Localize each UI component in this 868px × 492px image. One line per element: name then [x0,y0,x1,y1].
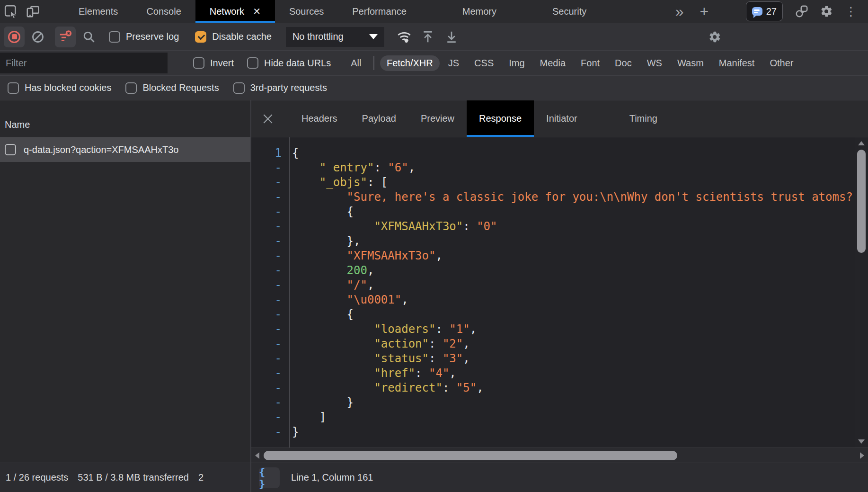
extensions-bubbles-icon[interactable] [791,1,812,22]
chat-badge-button[interactable]: 27 [746,1,783,21]
code-text: "href": "4", [289,366,868,381]
vertical-scrollbar[interactable] [855,137,868,447]
filter-type-media[interactable]: Media [533,55,572,71]
filter-type-js[interactable]: JS [442,55,466,71]
gutter-line-marker[interactable]: - [251,322,289,337]
tab-sources[interactable]: Sources [275,0,338,23]
detail-tab-timing[interactable]: Timing [617,100,670,137]
filter-type-img[interactable]: Img [502,55,531,71]
vertical-scrollbar-thumb[interactable] [857,150,866,253]
network-conditions-icon[interactable] [394,27,415,47]
gutter-line-marker[interactable]: - [251,293,289,307]
network-settings-gear-icon[interactable] [704,27,725,47]
gutter-line-marker[interactable]: - [251,410,289,425]
export-har-icon[interactable] [441,27,462,47]
horizontal-scrollbar[interactable] [251,447,868,463]
tab-console[interactable]: Console [132,0,195,23]
search-icon[interactable] [79,27,99,47]
gutter-line-marker[interactable]: - [251,425,289,439]
token: : [435,322,449,336]
tab-label: Payload [362,113,396,124]
gutter-line-marker[interactable]: - [251,219,289,234]
filter-type-all[interactable]: All [344,55,368,71]
inspect-element-icon[interactable] [0,0,22,23]
gutter-line-marker[interactable]: - [251,249,289,263]
tab-security[interactable]: Security [538,0,601,23]
has-blocked-cookies-checkbox[interactable] [8,82,19,94]
device-toolbar-icon[interactable] [22,0,44,23]
filter-type-fetch-xhr[interactable]: Fetch/XHR [380,55,440,71]
request-checkbox[interactable] [5,144,16,155]
code-text: "/", [289,278,868,293]
code-text: 200, [289,263,868,278]
detail-tab-headers[interactable]: Headers [289,100,350,137]
pretty-print-button[interactable]: { } [259,467,280,488]
preserve-log-checkbox[interactable] [109,31,120,43]
request-row[interactable]: q-data.json?qaction=XFMSAAHxT3o [0,137,250,162]
gutter-line-marker[interactable]: - [251,234,289,249]
close-tab-icon[interactable]: ✕ [253,6,261,17]
gutter-line-marker[interactable]: - [251,161,289,175]
scroll-left-arrow[interactable] [255,452,259,459]
filter-type-css[interactable]: CSS [468,55,500,71]
scroll-down-arrow[interactable] [858,439,865,444]
filter-type-manifest[interactable]: Manifest [712,55,762,71]
detail-tab-response[interactable]: Response [467,100,534,137]
overflow-menu-icon[interactable]: ⋮ [841,1,861,22]
token: { [292,146,299,160]
hide-data-urls-toggle[interactable]: Hide data URLs [247,57,331,69]
gutter-line-marker[interactable]: - [251,190,289,205]
tab-network[interactable]: Network✕ [195,0,275,23]
detail-tab-payload[interactable]: Payload [350,100,408,137]
filter-button[interactable] [55,27,76,47]
detail-tab-preview[interactable]: Preview [408,100,467,137]
record-network-log-button[interactable] [4,27,25,47]
gutter-line-marker[interactable]: - [251,175,289,190]
filter-type-doc[interactable]: Doc [608,55,638,71]
detail-tab-initiator[interactable]: Initiator [534,100,590,137]
3rd-party-requests-toggle[interactable]: 3rd-party requests [233,82,327,94]
tab-label: Initiator [546,113,577,124]
settings-gear-icon[interactable] [816,1,837,22]
response-code[interactable]: 1{-"_entry": "6",-"_objs": [-"Sure, here… [251,137,868,439]
gutter-line-marker[interactable]: - [251,366,289,381]
invert-toggle[interactable]: Invert [193,57,234,69]
clear-network-log-button[interactable] [27,27,48,47]
gutter-line-marker[interactable]: 1 [251,146,289,161]
throttling-select[interactable]: No throttling [286,27,384,47]
gutter-line-marker[interactable]: - [251,381,289,395]
disable-cache-toggle[interactable]: Disable cache [195,31,272,43]
filter-type-ws[interactable]: WS [640,55,669,71]
filter-type-other[interactable]: Other [763,55,800,71]
hide-data-urls-checkbox[interactable] [247,57,258,69]
filter-input[interactable] [0,53,168,73]
tab-memory[interactable]: Memory [448,0,511,23]
preserve-log-toggle[interactable]: Preserve log [109,31,179,43]
gutter-line-marker[interactable]: - [251,278,289,293]
code-text: "XFMSAAHxT3o": "0" [289,219,868,234]
close-detail-icon[interactable] [251,100,284,137]
blocked-requests-toggle[interactable]: Blocked Requests [125,82,219,94]
has-blocked-cookies-toggle[interactable]: Has blocked cookies [8,82,111,94]
gutter-line-marker[interactable]: - [251,205,289,219]
tab-elements[interactable]: Elements [64,0,132,23]
gutter-line-marker[interactable]: - [251,351,289,366]
import-har-icon[interactable] [417,27,438,47]
horizontal-scrollbar-thumb[interactable] [264,451,677,460]
gutter-line-marker[interactable]: - [251,395,289,410]
filter-type-font[interactable]: Font [574,55,606,71]
scroll-up-arrow[interactable] [858,141,865,145]
disable-cache-checkbox[interactable] [195,31,206,43]
gutter-line-marker[interactable]: - [251,307,289,322]
blocked-requests-checkbox[interactable] [125,82,137,94]
more-panels-icon[interactable]: » [669,1,690,22]
scroll-right-arrow[interactable] [860,452,864,459]
3rd-party-requests-checkbox[interactable] [233,82,245,94]
add-panel-icon[interactable]: + [694,1,715,22]
gutter-line-marker[interactable]: - [251,337,289,351]
tab-performance[interactable]: Performance [338,0,421,23]
filter-type-wasm[interactable]: Wasm [671,55,710,71]
gutter-line-marker[interactable]: - [251,263,289,278]
name-column-header[interactable]: Name [0,100,250,137]
invert-checkbox[interactable] [193,57,204,69]
